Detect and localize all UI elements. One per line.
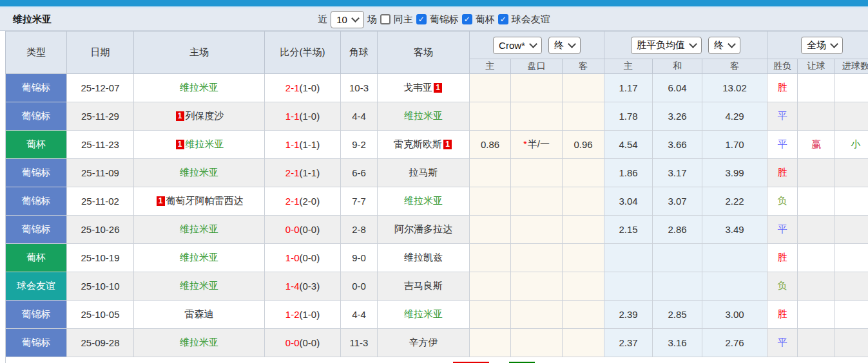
home-team-cell: 维拉米亚: [134, 244, 265, 272]
score-cell: 0-0(0-0): [265, 216, 341, 244]
away-team-name[interactable]: 辛方伊: [409, 337, 438, 348]
home-team-cell: 维拉米亚: [134, 329, 265, 357]
match-date: 25-11-02: [67, 187, 134, 216]
away-team-name[interactable]: 维拉米亚: [404, 110, 443, 121]
avg-away-odds: 3.49: [702, 216, 767, 244]
odds-company-select[interactable]: Crow*: [493, 37, 542, 54]
home-team-name[interactable]: 列保度沙: [186, 110, 224, 121]
away-team-cell: 戈韦亚1: [378, 74, 470, 102]
away-rank-badge: 1: [434, 83, 442, 93]
table-row[interactable]: 葡锦标 25-11-02 1葡萄牙阿帕雷西达 2-1(2-0) 7-7 维拉米亚…: [6, 187, 868, 216]
away-team-name[interactable]: 拉马斯: [409, 167, 438, 178]
subheader-avg-draw: 和: [653, 59, 702, 74]
crow-home-odds: [470, 272, 511, 301]
corners-cell: 4-4: [341, 102, 378, 131]
corners-cell: 11-3: [341, 329, 378, 357]
recent-count-select[interactable]: 10: [331, 11, 364, 28]
away-team-name[interactable]: 维拉凯兹: [404, 252, 443, 263]
goals-result-cell: [835, 329, 868, 357]
away-team-cell: 维拉米亚: [378, 187, 470, 216]
fulltime-score: 2-1: [285, 196, 300, 207]
odds-company-group: Crow* 终: [470, 32, 604, 59]
avg-draw-odds: 6.04: [653, 74, 702, 102]
checkbox-cup[interactable]: [462, 14, 472, 24]
home-team-name[interactable]: 维拉米亚: [180, 167, 218, 178]
away-team-name[interactable]: 戈韦亚: [403, 82, 432, 93]
table-row[interactable]: 葡锦标 25-11-29 1列保度沙 1-1(1-0) 4-4 维拉米亚 1.7…: [6, 102, 868, 131]
handicap-result-cell: [798, 216, 835, 244]
home-team-name[interactable]: 维拉米亚: [180, 337, 218, 348]
checkbox-friendly[interactable]: [498, 14, 508, 24]
home-team-name[interactable]: 维拉米亚: [186, 138, 224, 149]
away-team-name[interactable]: 阿尔潘多拉达: [394, 223, 452, 234]
avg-draw-odds: 2.86: [653, 216, 702, 244]
recent-label: 近: [318, 14, 327, 26]
corners-cell: 10-3: [341, 74, 378, 102]
chevron-down-icon: [529, 40, 537, 48]
crow-handicap: [511, 102, 563, 131]
handicap-result-cell: [798, 272, 835, 301]
score-cell: 1-0(0-0): [265, 244, 341, 272]
home-team-name[interactable]: 维拉米亚: [180, 280, 218, 291]
avg-period-select[interactable]: 终: [708, 37, 740, 54]
crow-away-odds: [563, 102, 604, 131]
chevron-down-icon: [728, 40, 736, 48]
home-team-name[interactable]: 雷森迪: [185, 308, 214, 319]
avg-odds-select[interactable]: 胜平负均值: [631, 37, 702, 54]
crow-home-odds: [470, 159, 511, 187]
checkbox-league[interactable]: [416, 14, 427, 24]
fulltime-score: 0-0: [285, 337, 300, 348]
match-type-badge: 葡锦标: [6, 159, 67, 187]
checkbox-same-home-label: 同主: [394, 14, 413, 26]
away-team-name[interactable]: 吉马良斯: [404, 280, 443, 291]
avg-home-odds: 4.54: [604, 131, 653, 159]
corners-cell: 9-0: [341, 244, 378, 272]
subheader-avg-home: 主: [604, 59, 653, 74]
halftime-score: (0-0): [300, 337, 320, 348]
away-team-cell: 拉马斯: [378, 159, 470, 187]
crow-away-odds: [563, 159, 604, 187]
fulltime-score: 1-2: [285, 309, 300, 320]
scope-value: 全场: [807, 39, 826, 51]
home-team-name[interactable]: 葡萄牙阿帕雷西达: [166, 195, 244, 206]
avg-away-odds: 1.70: [702, 131, 767, 159]
recent-count-value: 10: [336, 14, 347, 25]
table-row[interactable]: 葡锦标 25-12-07 维拉米亚 2-1(1-0) 10-3 戈韦亚1 1.1…: [6, 74, 868, 102]
checkbox-same-home[interactable]: [380, 14, 391, 24]
table-row[interactable]: 葡锦标 25-11-09 维拉米亚 2-1(1-1) 6-6 拉马斯 1.86 …: [6, 159, 868, 187]
away-team-cell: 维拉米亚: [378, 301, 470, 329]
away-team-name[interactable]: 维拉米亚: [404, 195, 443, 206]
home-team-name[interactable]: 维拉米亚: [180, 82, 218, 93]
crow-handicap: [511, 329, 563, 357]
subheader-goals: 进球数: [835, 59, 868, 74]
crow-away-odds: [563, 244, 604, 272]
away-team-name[interactable]: 雷克斯欧斯: [394, 138, 442, 149]
table-row[interactable]: 葡杯 25-11-23 1维拉米亚 1-1(1-1) 9-2 雷克斯欧斯1 0.…: [6, 131, 868, 159]
table-row[interactable]: 球会友谊 25-10-10 维拉米亚 1-4(0-3) 0-0 吉马良斯 负: [6, 272, 868, 301]
chevron-down-icon: [689, 40, 697, 48]
away-team-name[interactable]: 维拉米亚: [404, 308, 443, 319]
subheader-result: 胜负: [767, 59, 798, 74]
checkbox-league-label: 葡锦标: [430, 14, 459, 26]
result-cell: 胜: [767, 301, 798, 329]
odds-period-value: 终: [554, 39, 564, 51]
table-row[interactable]: 葡锦标 25-09-28 维拉米亚 0-0(0-0) 11-3 辛方伊 2.37…: [6, 329, 868, 357]
score-cell: 2-1(1-1): [265, 159, 341, 187]
table-row[interactable]: 葡锦标 25-10-26 维拉米亚 0-0(0-0) 2-8 阿尔潘多拉达 2.…: [6, 216, 868, 244]
subheader-crow-away: 客: [563, 59, 604, 74]
crow-home-odds: [470, 244, 511, 272]
table-row[interactable]: 葡杯 25-10-19 维拉米亚 1-0(0-0) 9-0 维拉凯兹 胜: [6, 244, 868, 272]
summary-cell: 近10场,胜4平4负2, 胜率:40% 赢率:100% 大:0% 单率:60%: [6, 357, 868, 363]
home-team-name[interactable]: 维拉米亚: [180, 252, 218, 263]
home-team-name[interactable]: 维拉米亚: [180, 223, 218, 234]
avg-away-odds: 3.99: [702, 159, 767, 187]
scope-select[interactable]: 全场: [801, 37, 843, 54]
home-rank-badge: 1: [176, 111, 184, 121]
handicap-result-cell: [798, 102, 835, 131]
crow-home-odds: [470, 329, 511, 357]
odds-period-select[interactable]: 终: [548, 37, 581, 54]
match-date: 25-10-05: [67, 301, 134, 329]
match-date: 25-10-26: [67, 216, 134, 244]
table-row[interactable]: 葡锦标 25-10-05 雷森迪 1-2(1-0) 4-4 维拉米亚 2.39 …: [6, 301, 868, 329]
goals-result-cell: [835, 102, 868, 131]
